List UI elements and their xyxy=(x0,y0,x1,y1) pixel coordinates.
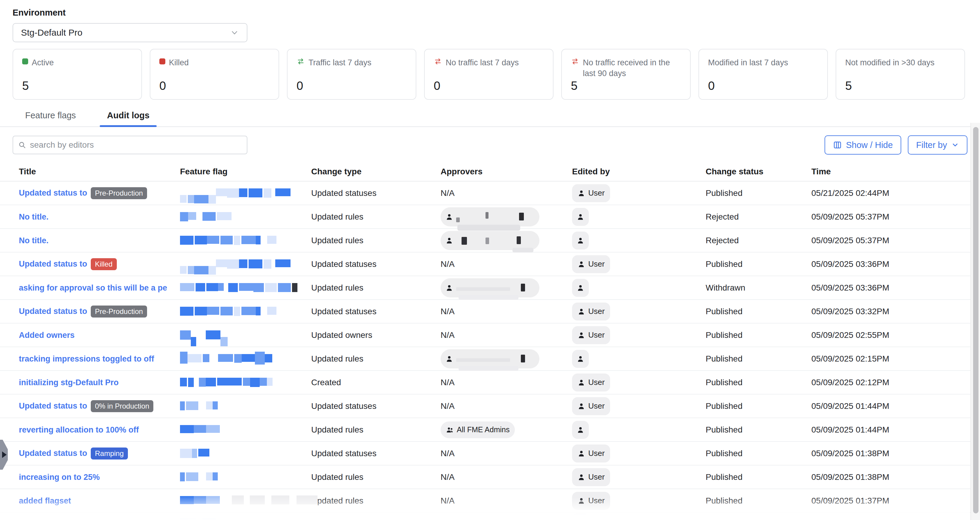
edited-by-cell: User xyxy=(566,492,699,510)
feature-flag-cell xyxy=(174,468,305,487)
tab-audit-logs[interactable]: Audit logs xyxy=(100,104,157,126)
redacted-pixel-block xyxy=(217,212,231,220)
no-traffic-arrows-icon xyxy=(571,57,579,65)
vertical-scrollbar[interactable] xyxy=(970,123,980,520)
edited-by-cell: User xyxy=(566,255,699,273)
edited-by-pill xyxy=(572,232,589,250)
approver-group-label: All FME Admins xyxy=(457,425,509,434)
redacted-name-block xyxy=(521,355,525,363)
change-type-cell: Updated statuses xyxy=(305,259,434,269)
audit-title-link[interactable]: added flagset xyxy=(19,496,71,506)
feature-flag-redacted xyxy=(180,326,243,345)
tab-feature-flags[interactable]: Feature flags xyxy=(18,104,83,126)
table-row: No title.Updated rulesRejected05/09/2025… xyxy=(0,205,980,229)
stat-card-value: 5 xyxy=(22,79,29,92)
edited-by-label: User xyxy=(588,307,605,316)
table-row: Added ownersUpdated ownersN/AUserPublish… xyxy=(0,323,980,347)
filter-by-label: Filter by xyxy=(916,140,947,150)
show-hide-label: Show / Hide xyxy=(846,140,893,150)
audit-title-link[interactable]: Updated status to0% in Production xyxy=(19,400,153,412)
stat-card-label-row: Not modified in >30 days xyxy=(845,57,955,68)
redacted-pixel-block xyxy=(194,195,208,204)
feature-flag-cell xyxy=(174,373,305,392)
search-input[interactable] xyxy=(30,140,242,150)
redacted-name-block xyxy=(461,237,467,245)
time-cell: 05/09/2025 01:44PM xyxy=(805,401,967,411)
change-type-cell: Updated rules xyxy=(305,472,434,482)
status-badge: Pre-Production xyxy=(91,187,147,199)
edited-by-pill xyxy=(572,514,589,520)
person-icon xyxy=(578,450,585,457)
audit-title-link[interactable]: No title. xyxy=(19,236,49,245)
redacted-pixel-block xyxy=(255,351,265,365)
audit-title-cell: asking for approval so this will be a pe xyxy=(13,283,174,293)
audit-title-link[interactable]: Updated status toPre-Production xyxy=(19,305,147,318)
show-hide-button[interactable]: Show / Hide xyxy=(824,135,901,154)
stat-card-value: 5 xyxy=(571,79,578,92)
audit-title-link[interactable]: tracking impressions toggled to off xyxy=(19,355,154,364)
redacted-pixel-block xyxy=(220,236,233,245)
scrollbar-thumb[interactable] xyxy=(973,127,978,514)
feature-flag-cell xyxy=(174,184,305,203)
audit-title-link[interactable]: Added owners xyxy=(19,331,75,340)
stat-card-label: Not modified in >30 days xyxy=(845,57,934,68)
redacted-pixel-block xyxy=(208,266,216,275)
redacted-pixel-block xyxy=(196,283,205,292)
stat-card: Killed0 xyxy=(150,49,279,100)
traffic-arrows-icon xyxy=(296,57,305,65)
environment-select[interactable]: Stg-Default Pro xyxy=(13,23,247,42)
approver-redacted-pill xyxy=(441,207,539,226)
feature-flag-redacted xyxy=(180,254,306,274)
redacted-name-block xyxy=(519,213,524,221)
change-status-cell: Published xyxy=(699,449,805,458)
change-type-cell: Updated rules xyxy=(305,425,434,435)
redacted-pixel-block xyxy=(203,354,209,363)
redacted-pixel-block xyxy=(194,425,206,433)
edited-by-pill xyxy=(572,350,589,368)
audit-title-link[interactable]: asking for approval so this will be a pe xyxy=(19,283,167,293)
time-cell: 05/09/2025 02:15PM xyxy=(805,354,967,364)
audit-title-link[interactable]: increasing on to 25% xyxy=(19,473,100,482)
stat-card-label: Modified in last 7 days xyxy=(708,57,788,68)
approvers-na: N/A xyxy=(441,259,455,269)
search-box[interactable] xyxy=(13,136,247,154)
redacted-pixel-block xyxy=(248,259,262,269)
redacted-pixel-block xyxy=(206,425,220,433)
redacted-pixel-block xyxy=(188,378,194,387)
redacted-pixel-block xyxy=(180,331,191,340)
person-icon xyxy=(578,260,585,268)
approvers-cell: N/A xyxy=(434,188,566,198)
approvers-cell: N/A xyxy=(434,449,566,458)
audit-title-cell: Added owners xyxy=(13,331,174,340)
redacted-pixel-block xyxy=(275,188,291,197)
audit-title-link[interactable]: No title. xyxy=(19,212,49,222)
redacted-pixel-block xyxy=(207,236,220,244)
change-type-cell: Updated owners xyxy=(305,331,434,340)
redacted-pixel-block xyxy=(296,495,318,504)
edited-by-cell xyxy=(566,208,699,226)
chevron-down-icon xyxy=(951,141,959,149)
feature-flag-cell xyxy=(174,278,305,297)
column-header-change-type: Change type xyxy=(305,167,434,177)
audit-title-link[interactable]: Updated status toRamping xyxy=(19,447,128,460)
approvers-cell: N/A xyxy=(434,472,566,482)
approvers-cell: N/A xyxy=(434,401,566,411)
redacted-pixel-block xyxy=(180,195,186,203)
audit-title-link[interactable]: Updated status toPre-Production xyxy=(19,187,147,199)
approvers-cell: N/A xyxy=(434,259,566,269)
audit-title-link[interactable]: Updated status toKilled xyxy=(19,258,117,270)
redacted-name-block xyxy=(521,284,525,291)
redacted-pixel-block xyxy=(239,188,247,197)
table-row: reverting allocation to 100% offUpdated … xyxy=(0,418,980,442)
redacted-pixel-block xyxy=(232,495,244,504)
filter-by-button[interactable]: Filter by xyxy=(908,135,967,154)
column-header-approvers: Approvers xyxy=(434,167,566,177)
time-cell: 05/09/2025 01:38PM xyxy=(805,449,967,458)
status-badge: Ramping xyxy=(91,447,128,460)
redacted-pixel-block xyxy=(234,307,240,316)
audit-title-link[interactable]: initializing stg-Default Pro xyxy=(19,378,119,387)
time-cell: 05/09/2025 01:44PM xyxy=(805,425,967,435)
redacted-pixel-block xyxy=(206,472,213,480)
redacted-pixel-block xyxy=(239,283,253,291)
audit-title-link[interactable]: reverting allocation to 100% off xyxy=(19,425,139,435)
